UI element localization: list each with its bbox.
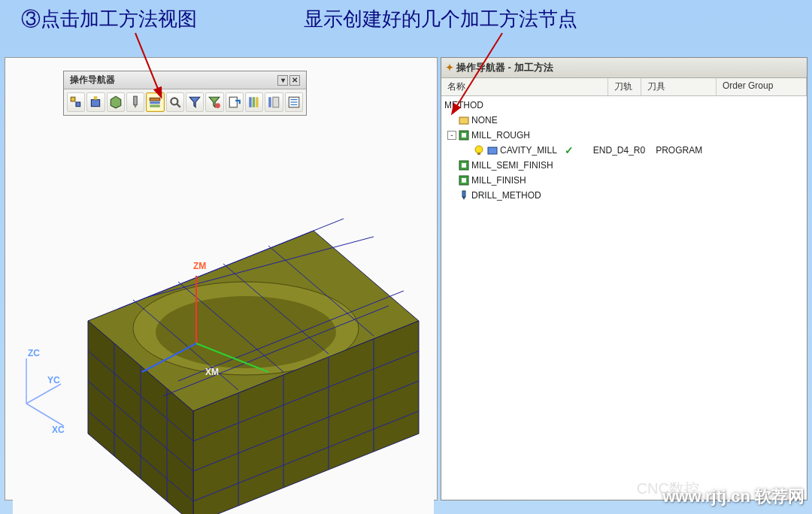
svg-marker-38 bbox=[111, 96, 121, 108]
export-list-button[interactable] bbox=[226, 92, 244, 112]
axis-label-zc: ZC bbox=[28, 348, 40, 358]
axis-label-yc: YC bbox=[47, 375, 60, 386]
column-header-toolpath[interactable]: 刀轨 bbox=[608, 78, 641, 95]
tree-item-tool: END_D4_R0 bbox=[593, 145, 645, 156]
warning-bulb-icon bbox=[473, 144, 485, 156]
model-3d-area[interactable]: ZC YC XC ZM XM bbox=[13, 186, 434, 514]
none-icon bbox=[458, 114, 470, 126]
model-render bbox=[13, 186, 434, 514]
column-header-name[interactable]: 名称 bbox=[441, 78, 608, 95]
axis-label-xc: XC bbox=[52, 425, 65, 435]
find-object-button[interactable] bbox=[166, 92, 184, 112]
svg-rect-61 bbox=[462, 133, 466, 138]
toolbar-dropdown-button[interactable]: ▾ bbox=[277, 75, 288, 86]
svg-rect-49 bbox=[229, 97, 237, 107]
svg-marker-70 bbox=[462, 197, 465, 200]
pin-icon[interactable]: ✦ bbox=[446, 62, 453, 73]
geometry-view-button[interactable] bbox=[107, 92, 125, 112]
svg-marker-46 bbox=[189, 97, 200, 107]
svg-rect-69 bbox=[462, 191, 465, 197]
svg-point-4 bbox=[156, 296, 336, 368]
svg-rect-68 bbox=[462, 178, 466, 183]
machine-view-button[interactable] bbox=[86, 92, 105, 112]
axis-label-zm: ZM bbox=[193, 261, 206, 271]
tree-item-label: MILL_FINISH bbox=[471, 175, 526, 186]
tree-item-label: MILL_SEMI_FINISH bbox=[471, 160, 553, 171]
svg-rect-35 bbox=[76, 102, 80, 107]
tree-item-mill-finish[interactable]: MILL_FINISH bbox=[444, 173, 804, 188]
toolbar-title-text: 操作导航器 bbox=[70, 74, 276, 86]
svg-rect-41 bbox=[150, 98, 161, 100]
column-header-tool[interactable]: 刀具 bbox=[641, 78, 717, 95]
svg-rect-66 bbox=[462, 163, 466, 168]
svg-point-62 bbox=[475, 146, 483, 153]
svg-point-44 bbox=[171, 98, 177, 104]
svg-rect-59 bbox=[459, 117, 468, 124]
columns-button[interactable] bbox=[245, 92, 263, 112]
navigator-tree[interactable]: METHOD NONE - MILL_ROUGH CAVITY_MILL ✓ E… bbox=[441, 96, 807, 204]
navigator-columns-header: 名称 刀轨 刀具 Order Group bbox=[441, 78, 807, 96]
svg-rect-36 bbox=[92, 100, 100, 107]
annotation-result: 显示创建好的几个加工方法节点 bbox=[304, 6, 577, 32]
method-view-button[interactable] bbox=[146, 92, 164, 112]
svg-rect-54 bbox=[273, 97, 279, 107]
axis-label-xm: XM bbox=[205, 367, 219, 377]
toolbar-icon-row bbox=[64, 89, 306, 115]
svg-rect-64 bbox=[488, 147, 497, 154]
svg-line-45 bbox=[177, 104, 180, 107]
freeze-columns-button[interactable] bbox=[265, 92, 283, 112]
mill-method-icon bbox=[458, 129, 470, 141]
properties-button[interactable] bbox=[285, 92, 303, 112]
tree-item-label: DRILL_METHOD bbox=[471, 190, 541, 201]
svg-line-33 bbox=[26, 384, 61, 404]
create-filter-button[interactable] bbox=[186, 92, 204, 112]
navigator-panel-title: 操作导航器 - 加工方法 bbox=[456, 61, 553, 74]
mill-method-icon bbox=[458, 174, 470, 186]
operation-navigator-panel: ✦ 操作导航器 - 加工方法 名称 刀轨 刀具 Order Group METH… bbox=[441, 57, 807, 500]
svg-rect-63 bbox=[477, 153, 480, 155]
svg-rect-50 bbox=[249, 97, 251, 107]
toolbar-title-bar[interactable]: 操作导航器 ▾ ✕ bbox=[64, 71, 306, 89]
annotation-step3: ③点击加工方法视图 bbox=[21, 6, 197, 32]
tree-item-none[interactable]: NONE bbox=[444, 113, 804, 128]
tree-item-mill-rough[interactable]: - MILL_ROUGH bbox=[444, 128, 804, 143]
program-order-view-button[interactable] bbox=[67, 92, 85, 112]
tree-item-label: NONE bbox=[471, 115, 498, 125]
toolpath-generated-check-icon: ✓ bbox=[565, 144, 574, 156]
svg-rect-43 bbox=[150, 104, 161, 107]
cavity-op-icon bbox=[486, 144, 498, 156]
toolbar-close-button[interactable]: ✕ bbox=[289, 75, 300, 86]
tree-item-cavity-mill[interactable]: CAVITY_MILL ✓ END_D4_R0 PROGRAM bbox=[444, 143, 804, 158]
operation-navigator-toolbar-window: 操作导航器 ▾ ✕ bbox=[63, 71, 307, 116]
graphics-viewport[interactable]: ZC YC XC ZM XM bbox=[5, 57, 438, 500]
svg-rect-42 bbox=[150, 101, 161, 104]
svg-point-48 bbox=[216, 103, 221, 108]
expander-button[interactable]: - bbox=[447, 131, 456, 140]
tree-item-drill-method[interactable]: DRILL_METHOD bbox=[444, 188, 804, 203]
apply-filter-button[interactable] bbox=[205, 92, 223, 112]
watermark: www.rjtj.cn 软荐网 bbox=[662, 485, 804, 508]
tree-root-label: METHOD bbox=[444, 100, 483, 110]
column-header-order-group[interactable]: Order Group bbox=[717, 78, 807, 95]
svg-rect-51 bbox=[253, 97, 255, 107]
svg-rect-39 bbox=[134, 96, 138, 104]
svg-rect-53 bbox=[269, 97, 271, 107]
tree-item-mill-semi-finish[interactable]: MILL_SEMI_FINISH bbox=[444, 158, 804, 173]
tree-item-order: PROGRAM bbox=[656, 145, 702, 156]
mill-method-icon bbox=[458, 159, 470, 171]
svg-rect-37 bbox=[94, 96, 98, 100]
svg-line-32 bbox=[26, 404, 64, 426]
tree-root-method[interactable]: METHOD bbox=[444, 98, 804, 113]
svg-rect-34 bbox=[71, 97, 75, 101]
tree-item-label: CAVITY_MILL bbox=[500, 145, 557, 156]
svg-marker-40 bbox=[134, 104, 138, 108]
tree-item-label: MILL_ROUGH bbox=[471, 130, 530, 141]
tool-view-button[interactable] bbox=[126, 92, 144, 112]
drill-method-icon bbox=[458, 189, 470, 201]
svg-rect-52 bbox=[256, 97, 258, 107]
navigator-panel-title-bar[interactable]: ✦ 操作导航器 - 加工方法 bbox=[441, 58, 807, 78]
